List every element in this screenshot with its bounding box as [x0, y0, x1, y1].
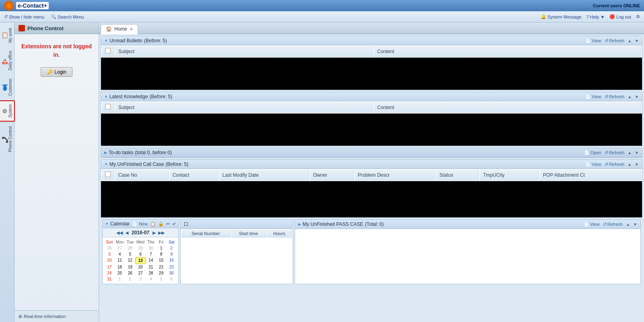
scrollbar-up-icon[interactable]: ▲: [627, 162, 632, 167]
cal-day-cell[interactable]: 27: [115, 245, 125, 251]
tab-close-icon[interactable]: ✕: [130, 27, 133, 31]
expand-icon[interactable]: ▶: [298, 222, 301, 226]
cal-day-cell[interactable]: 9: [166, 251, 177, 257]
calendar-new-btn[interactable]: 📄 New: [132, 221, 148, 227]
unread-bulletin-view-btn[interactable]: 📄 View: [585, 38, 601, 43]
cal-day-cell[interactable]: 6: [166, 276, 177, 282]
cal-day-cell[interactable]: 14: [146, 257, 156, 264]
expand-icon[interactable]: ▶: [104, 151, 107, 155]
cal-day-cell[interactable]: 3: [135, 276, 146, 282]
calendar-bulk-new-btn[interactable]: 📋: [150, 221, 156, 227]
cal-nav-prev-btn[interactable]: ◀: [124, 230, 129, 235]
system-message-btn[interactable]: 🔔 System Message: [541, 14, 581, 19]
todo-tasks-header: ▶ To-do tasks (total 0, before 0) 📄 Open…: [101, 148, 642, 157]
scrollbar-down-icon[interactable]: ▼: [635, 95, 639, 99]
scrollbar-down-icon[interactable]: ▼: [635, 151, 639, 155]
cal-day-cell[interactable]: 30: [146, 245, 156, 251]
cal-day-cell[interactable]: 27: [135, 270, 146, 276]
todo-tasks-refresh-btn[interactable]: ↺ Refresh: [605, 150, 625, 155]
pass-case-refresh-btn[interactable]: ↺ Refresh: [603, 222, 623, 227]
cal-day-cell[interactable]: 19: [125, 264, 135, 270]
cal-day-cell[interactable]: 11: [115, 257, 125, 264]
cal-day-cell[interactable]: 1: [115, 276, 125, 282]
search-menu-btn[interactable]: 🔍 Search Menu: [51, 14, 84, 19]
cal-day-cell[interactable]: 10: [104, 257, 115, 264]
cal-day-cell[interactable]: 5: [125, 251, 135, 257]
cal-day-cell[interactable]: 20: [135, 264, 146, 270]
sidebar-item-system[interactable]: ⚙ System: [0, 100, 15, 122]
login-button[interactable]: 🔑 Login: [41, 67, 72, 77]
scrollbar-up-icon[interactable]: ▲: [627, 39, 632, 43]
cal-day-cell[interactable]: 7: [146, 251, 156, 257]
tab-home[interactable]: 🏠 Home ✕: [101, 24, 138, 34]
sidebar-item-mywork[interactable]: 📋 My work: [0, 24, 14, 46]
collapse-icon[interactable]: ▼: [104, 162, 108, 166]
cal-day-cell[interactable]: 31: [104, 276, 115, 282]
unfinished-call-refresh-btn[interactable]: ↺ Refresh: [605, 162, 625, 167]
cal-day-cell[interactable]: 3: [104, 251, 115, 257]
sidebar-item-phonecontrol[interactable]: 📞 Phone Control: [0, 123, 14, 156]
cal-day-cell[interactable]: 29: [156, 270, 167, 276]
cal-day-cell[interactable]: 5: [156, 276, 167, 282]
cal-day-cell[interactable]: 28: [146, 270, 156, 276]
cal-day-cell[interactable]: 24: [104, 270, 115, 276]
unread-bulletin-refresh-btn[interactable]: ↺ Refresh: [605, 38, 625, 43]
cal-day-cell[interactable]: 28: [125, 245, 135, 251]
collapse-icon[interactable]: ▼: [104, 39, 108, 43]
unfinished-call-view-btn[interactable]: 📄 View: [585, 162, 601, 167]
settings-btn[interactable]: ⚙: [636, 14, 640, 19]
cal-day-cell[interactable]: 2: [125, 276, 135, 282]
unfinished-call-table: Case No Contact Last Modify Date Owner P…: [101, 169, 642, 181]
pass-case-title: ▶ My UnFinished PASS CASE (Total: 0): [298, 221, 384, 227]
cal-day-cell[interactable]: 25: [115, 270, 125, 276]
calendar-collapse-icon[interactable]: ▼: [105, 222, 109, 226]
cal-nav-last-btn[interactable]: ▶▶: [157, 230, 165, 235]
refresh-icon: ↺: [605, 150, 608, 155]
latest-knowledge-refresh-btn[interactable]: ↺ Refresh: [605, 94, 625, 99]
cal-day-cell[interactable]: 23: [166, 264, 177, 270]
cal-day-cell[interactable]: 4: [146, 276, 156, 282]
cal-day-cell[interactable]: 12: [125, 257, 135, 264]
cal-day-cell[interactable]: 30: [166, 270, 177, 276]
cal-day-cell[interactable]: 18: [115, 264, 125, 270]
cal-day-cell[interactable]: 2: [166, 245, 177, 251]
cal-day-today[interactable]: 13: [135, 257, 146, 264]
cal-day-cell[interactable]: 15: [156, 257, 167, 264]
scrollbar-up-icon[interactable]: ▲: [627, 151, 632, 155]
cal-nav-next-btn[interactable]: ▶: [152, 230, 157, 235]
scrollbar-up-icon[interactable]: ▲: [627, 95, 632, 99]
scrollbar-up-icon[interactable]: ▲: [626, 222, 630, 227]
show-hide-menu-btn[interactable]: ↺ Show / hide menu: [4, 14, 44, 19]
cal-day-cell[interactable]: 4: [115, 251, 125, 257]
sidebar-item-dailyoffice[interactable]: 📅 Daily office: [0, 47, 14, 74]
todo-tasks-title: ▶ To-do tasks (total 0, before 0): [104, 150, 172, 155]
cal-day-cell[interactable]: 26: [104, 245, 115, 251]
cal-day-cell[interactable]: 8: [156, 251, 167, 257]
scrollbar-down-icon[interactable]: ▼: [635, 162, 639, 167]
cal-day-cell[interactable]: 29: [135, 245, 146, 251]
cal-day-cell[interactable]: 6: [135, 251, 146, 257]
pass-case-view-btn[interactable]: 📄 View: [584, 222, 600, 227]
select-all-checkbox[interactable]: [105, 48, 111, 54]
cal-day-cell[interactable]: 22: [156, 264, 167, 270]
calendar-execute-btn[interactable]: ✏: [166, 221, 170, 227]
sidebar-item-customer[interactable]: 👤 Customer: [0, 75, 14, 99]
cal-day-cell[interactable]: 17: [104, 264, 115, 270]
calendar-open-btn[interactable]: 🔓: [158, 221, 164, 227]
help-btn[interactable]: ? Help ▼: [586, 14, 605, 19]
cal-nav-first-btn[interactable]: ◀◀: [116, 230, 124, 235]
scrollbar-down-icon[interactable]: ▼: [633, 222, 637, 227]
todo-tasks-open-btn[interactable]: 📄 Open: [584, 150, 601, 155]
scrollbar-down-icon[interactable]: ▼: [635, 39, 639, 43]
calendar-complete-btn[interactable]: ✔: [172, 221, 176, 227]
cal-day-cell[interactable]: 16: [166, 257, 177, 264]
cal-day-cell[interactable]: 21: [146, 264, 156, 270]
collapse-icon[interactable]: ▼: [104, 95, 108, 99]
select-all-checkbox[interactable]: [105, 104, 111, 109]
latest-knowledge-view-btn[interactable]: 📄 View: [585, 94, 601, 99]
logout-btn[interactable]: 🔴 Log out: [609, 14, 631, 19]
cal-day-cell[interactable]: 1: [156, 245, 167, 251]
select-all-checkbox[interactable]: [105, 171, 111, 177]
phone-panel: Phone Control Extensions are not logged …: [14, 23, 99, 322]
cal-day-cell[interactable]: 26: [125, 270, 135, 276]
